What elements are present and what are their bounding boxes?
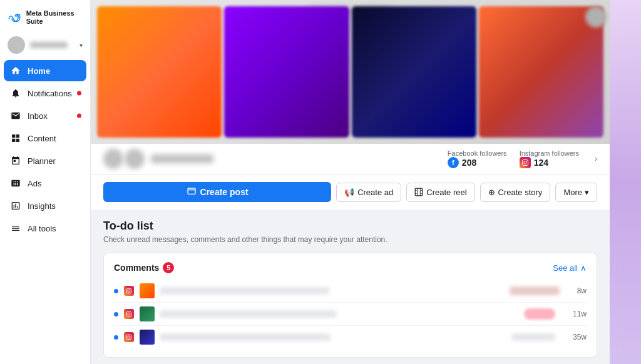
comment-text-1 (160, 287, 329, 295)
insights-icon (10, 200, 21, 211)
nav-label-all-tools: All tools (28, 224, 56, 233)
create-post-icon (187, 187, 197, 197)
svg-point-2 (128, 290, 130, 292)
comment-row-2: 11w (114, 303, 587, 326)
instagram-platform-icon-2 (123, 308, 135, 320)
instagram-followers-label: Instagram followers (520, 149, 579, 157)
more-chevron-icon: ▾ (585, 188, 589, 197)
right-decorative-panel (610, 0, 641, 364)
sidebar-item-notifications[interactable]: Notifications (4, 83, 86, 104)
sidebar-item-all-tools[interactable]: All tools (4, 218, 86, 239)
create-post-label: Create post (200, 187, 249, 197)
comment-text-2 (160, 310, 337, 318)
planner-icon (10, 155, 21, 166)
account-chevron-icon: ▾ (79, 42, 83, 49)
comment-dot-2 (114, 312, 118, 316)
sidebar-item-planner[interactable]: Planner (4, 150, 86, 171)
megaphone-icon: 📢 (344, 188, 354, 197)
nav-label-notifications: Notifications (28, 89, 72, 98)
home-icon (10, 65, 21, 76)
main-content: Facebook followers f 208 Instagram follo… (91, 0, 610, 364)
reel-icon (414, 188, 423, 196)
top-right-avatar-container (585, 6, 607, 28)
instagram-platform-icon-3 (123, 331, 135, 343)
cover-images (91, 0, 610, 144)
see-all-button[interactable]: See all ∧ (553, 263, 587, 273)
instagram-followers-count: 124 (520, 157, 548, 168)
comment-time-1: 8w (577, 286, 587, 295)
facebook-icon: f (448, 157, 459, 168)
svg-point-4 (128, 313, 130, 315)
sidebar-item-home[interactable]: Home (4, 60, 86, 81)
story-icon: ⊕ (488, 188, 495, 197)
instagram-platform-icon-1 (123, 285, 135, 296)
meta-logo-icon (8, 9, 23, 26)
comment-avatar-2 (140, 306, 155, 321)
svg-rect-5 (126, 311, 131, 316)
top-right-avatar (585, 6, 607, 28)
account-name (30, 42, 68, 48)
comment-avatar-1 (140, 283, 155, 298)
logo-text: Meta Business Suite (26, 9, 83, 25)
page-name (151, 154, 213, 163)
all-tools-icon (10, 223, 21, 234)
instagram-count-value: 124 (534, 158, 548, 168)
cover-thumb-2 (224, 6, 349, 138)
sidebar-item-insights[interactable]: Insights (4, 195, 86, 216)
comments-section-header: Comments 5 See all ∧ (114, 262, 587, 273)
comment-text-3 (160, 333, 331, 341)
create-post-button[interactable]: Create post (103, 182, 331, 202)
sidebar-item-content[interactable]: Content (4, 128, 86, 149)
comment-row-1: 8w (114, 280, 587, 303)
cover-thumb-1 (97, 6, 222, 138)
cover-area (91, 0, 610, 144)
facebook-followers-label: Facebook followers (448, 149, 507, 157)
comment-platform-icons-2 (123, 308, 135, 320)
inbox-dot (77, 114, 81, 118)
comment-tag-3 (511, 333, 555, 341)
comments-title: Comments 5 (114, 262, 174, 273)
sidebar-navigation: Home Notifications Inbox Content (0, 60, 90, 239)
nav-label-insights: Insights (28, 201, 56, 211)
svg-rect-1 (415, 188, 423, 196)
create-story-button[interactable]: ⊕ Create story (480, 183, 551, 202)
sidebar-item-inbox[interactable]: Inbox (4, 105, 86, 126)
comments-badge: 5 (163, 262, 174, 273)
nav-label-content: Content (28, 134, 56, 143)
comment-tag-1 (510, 286, 560, 295)
sidebar-item-ads[interactable]: Ads (4, 173, 86, 194)
sidebar: Meta Business Suite ▾ Home Notifications (0, 0, 91, 364)
comment-platform-icons-1 (123, 285, 135, 296)
ads-icon (10, 178, 21, 189)
comment-dot-3 (114, 335, 118, 340)
more-button[interactable]: More ▾ (555, 183, 597, 202)
create-ad-button[interactable]: 📢 Create ad (336, 183, 401, 202)
svg-point-6 (128, 336, 130, 338)
page-avatar-2 (125, 149, 145, 169)
todo-subtitle: Check unread messages, comments and othe… (103, 235, 597, 244)
nav-label-planner: Planner (28, 156, 56, 166)
facebook-followers-group: Facebook followers f 208 (448, 149, 507, 168)
comment-row-3: 35w (114, 326, 587, 348)
facebook-followers-count: f 208 (448, 157, 476, 168)
comment-avatar-3 (140, 330, 155, 345)
sidebar-account[interactable]: ▾ (0, 33, 90, 58)
create-reel-label: Create reel (426, 188, 466, 197)
comment-tag-2 (524, 308, 555, 320)
create-reel-button[interactable]: Create reel (406, 183, 474, 202)
todo-title: To-do list (103, 220, 597, 233)
content-icon (10, 133, 21, 144)
comment-time-3: 35w (573, 333, 587, 341)
notifications-dot (77, 91, 81, 96)
action-bar: Create post 📢 Create ad Create reel ⊕ Cr… (91, 174, 610, 210)
page-avatar-1 (103, 149, 123, 169)
account-avatar (8, 36, 25, 54)
facebook-count-value: 208 (462, 158, 476, 168)
nav-label-inbox: Inbox (28, 111, 48, 121)
followers-section: Facebook followers f 208 Instagram follo… (448, 149, 597, 168)
comment-dot-1 (114, 289, 118, 293)
svg-rect-7 (126, 335, 131, 340)
more-label: More (563, 188, 582, 197)
see-all-chevron-icon: ∧ (580, 263, 587, 273)
followers-chevron-icon[interactable]: › (595, 154, 597, 163)
